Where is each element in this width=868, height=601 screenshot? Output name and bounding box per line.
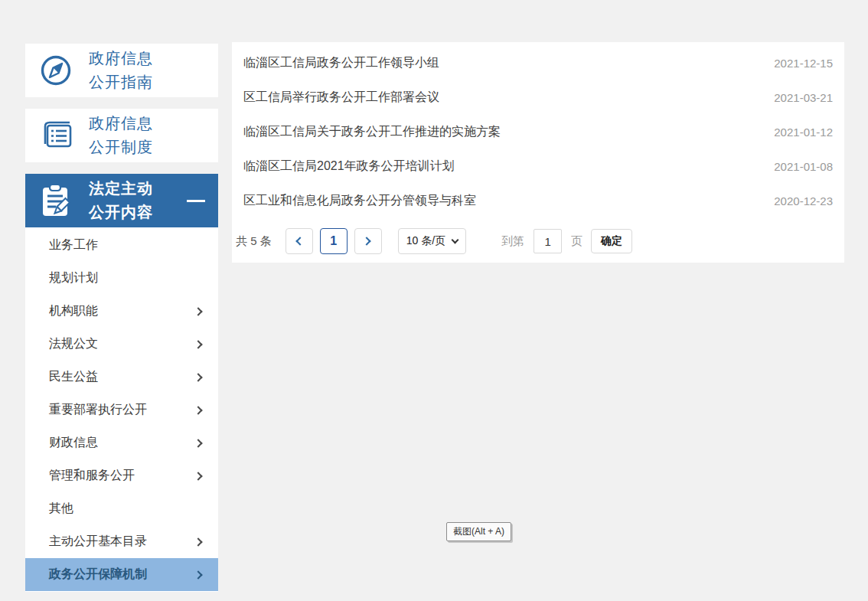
sidebar-card-gov-info-system[interactable]: 政府信息 公开制度 [25, 109, 218, 162]
menu-label: 管理和服务公开 [49, 468, 135, 484]
article-title: 区工业和信息化局政务公开分管领导与科室 [243, 193, 476, 209]
menu-label: 政务公开保障机制 [49, 567, 147, 583]
menu-label: 规划计划 [49, 270, 98, 286]
sidebar-item-business-work[interactable]: 业务工作 [25, 229, 218, 262]
menu-label: 主动公开基本目录 [49, 534, 147, 550]
sidebar-item-disclosure-guarantee[interactable]: 政务公开保障机制 [25, 558, 218, 591]
sidebar-item-livelihood[interactable]: 民生公益 [25, 361, 218, 394]
article-list: 临淄区工信局政务公开工作领导小组 2021-12-15 区工信局举行政务公开工作… [232, 42, 844, 218]
pagination-bar: 共 5 条 1 10 条/页 到第 页 确定 [236, 227, 840, 256]
menu-label: 民生公益 [49, 369, 98, 385]
article-title: 临淄区工信局2021年政务公开培训计划 [243, 158, 455, 175]
chevron-right-icon [363, 237, 371, 245]
card-title-gov-info-guide: 政府信息 公开指南 [89, 47, 153, 94]
article-row[interactable]: 区工信局举行政务公开工作部署会议 2021-03-21 [232, 80, 844, 115]
chevron-right-icon [194, 406, 202, 414]
goto-page-input[interactable] [534, 229, 562, 253]
sidebar-item-disclosure-catalog[interactable]: 主动公开基本目录 [25, 525, 218, 558]
total-count-label: 共 5 条 [236, 234, 272, 249]
sidebar-submenu: 业务工作 规划计划 机构职能 法规公文 民生公益 重要部署执行公开 财政信息 管… [25, 227, 218, 592]
sidebar-item-regulations[interactable]: 法规公文 [25, 328, 218, 361]
menu-label: 业务工作 [49, 237, 98, 253]
article-title: 临淄区工信局政务公开工作领导小组 [243, 55, 439, 71]
article-date: 2021-01-12 [774, 126, 833, 139]
article-date: 2021-01-08 [774, 160, 833, 173]
menu-label: 机构职能 [49, 303, 98, 319]
page-size-value: 10 条/页 [406, 234, 445, 248]
chevron-right-icon [194, 307, 202, 315]
article-row[interactable]: 临淄区工信局2021年政务公开培训计划 2021-01-08 [232, 149, 844, 184]
article-row[interactable]: 临淄区工信局政务公开工作领导小组 2021-12-15 [232, 46, 844, 80]
article-row[interactable]: 区工业和信息化局政务公开分管领导与科室 2020-12-23 [232, 184, 844, 218]
sidebar-item-other[interactable]: 其他 [25, 492, 218, 525]
sidebar-item-planning[interactable]: 规划计划 [25, 262, 218, 295]
article-row[interactable]: 临淄区工信局关于政务公开工作推进的实施方案 2021-01-12 [232, 115, 844, 149]
article-date: 2021-12-15 [774, 57, 833, 70]
card-title-gov-info-system: 政府信息 公开制度 [89, 112, 153, 159]
card-title-legal-active-disclosure: 法定主动 公开内容 [89, 177, 153, 224]
confirm-button[interactable]: 确定 [591, 229, 632, 253]
next-page-button[interactable] [354, 228, 382, 254]
collapse-minus-icon[interactable] [187, 200, 205, 202]
sidebar-item-fiscal-info[interactable]: 财政信息 [25, 426, 218, 459]
chevron-right-icon [194, 472, 202, 480]
goto-page-suffix: 页 [571, 234, 582, 249]
page-1-button[interactable]: 1 [320, 228, 348, 254]
compass-icon [37, 53, 75, 88]
menu-label: 法规公文 [49, 336, 98, 352]
chevron-down-icon [452, 237, 459, 244]
sidebar-item-key-deployments[interactable]: 重要部署执行公开 [25, 394, 218, 426]
menu-label: 财政信息 [49, 435, 98, 451]
menu-label: 重要部署执行公开 [49, 402, 147, 418]
chevron-right-icon [194, 439, 202, 447]
goto-page-prefix: 到第 [501, 234, 524, 249]
prev-page-button[interactable] [286, 228, 313, 254]
sidebar-card-gov-info-guide[interactable]: 政府信息 公开指南 [25, 44, 218, 97]
article-list-panel: 临淄区工信局政务公开工作领导小组 2021-12-15 区工信局举行政务公开工作… [232, 42, 844, 263]
article-title: 区工信局举行政务公开工作部署会议 [243, 90, 439, 106]
chevron-right-icon [194, 373, 202, 381]
chevron-left-icon [296, 237, 305, 245]
chevron-right-icon [194, 537, 202, 546]
sidebar-item-org-functions[interactable]: 机构职能 [25, 295, 218, 328]
chevron-right-icon [194, 570, 202, 579]
screenshot-tooltip: 截图(Alt + A) [446, 522, 511, 541]
clipboard-edit-icon [37, 183, 75, 218]
article-date: 2020-12-23 [774, 194, 833, 207]
chevron-right-icon [194, 340, 202, 348]
article-title: 临淄区工信局关于政务公开工作推进的实施方案 [243, 124, 501, 140]
menu-label: 其他 [49, 501, 73, 517]
sidebar-item-management-services[interactable]: 管理和服务公开 [25, 459, 218, 492]
article-date: 2021-03-21 [774, 91, 833, 104]
book-icon [37, 118, 75, 153]
sidebar-card-legal-active-disclosure[interactable]: 法定主动 公开内容 [25, 174, 218, 227]
page-size-dropdown[interactable]: 10 条/页 [398, 228, 466, 254]
